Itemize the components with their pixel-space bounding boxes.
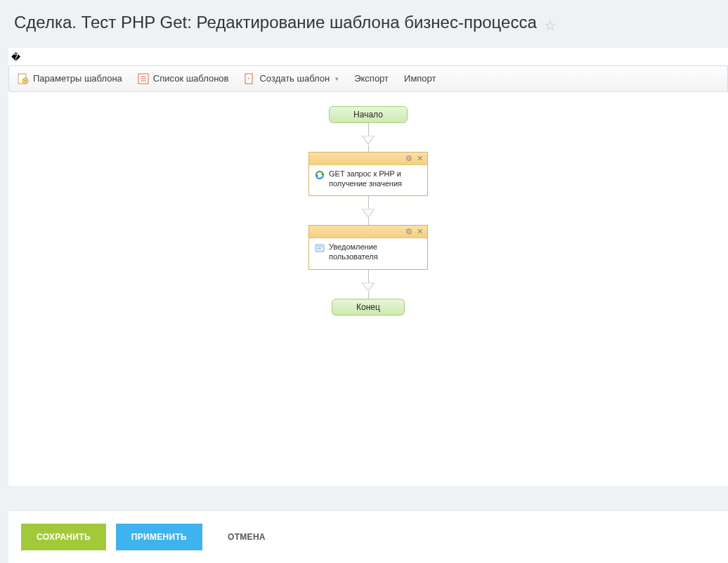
toolbar-label: Список шаблонов (153, 73, 229, 84)
activity-node[interactable]: ⚙ ✕ Уведомление пользователя (308, 225, 428, 270)
activity-header: ⚙ ✕ (309, 153, 427, 165)
activity-node[interactable]: ⚙ ✕ GET запрос к PHP и получение значени… (308, 152, 428, 197)
close-icon[interactable]: ✕ (417, 154, 423, 163)
arrow-down-icon (362, 209, 375, 218)
gear-icon[interactable]: ⚙ (405, 154, 412, 163)
workflow-canvas[interactable]: Начало ⚙ ✕ GET запрос к PHP и получение … (8, 92, 728, 486)
toolbar-label: Создать шаблон (259, 73, 330, 84)
toolbar: Параметры шаблона Список шаблонов * Созд… (8, 65, 728, 92)
svg-marker-12 (362, 209, 375, 217)
new-doc-icon: * (244, 73, 255, 84)
toolbar-label: Импорт (404, 73, 436, 84)
unknown-glyph: � (8, 48, 728, 65)
footer-actions: СОХРАНИТЬ ПРИМЕНИТЬ ОТМЕНА (8, 510, 728, 563)
svg-marker-16 (362, 283, 375, 291)
svg-rect-13 (316, 245, 324, 252)
toolbar-create-template[interactable]: * Создать шаблон ▾ (242, 70, 340, 87)
cancel-button[interactable]: ОТМЕНА (212, 524, 281, 550)
refresh-icon (315, 170, 325, 180)
save-button[interactable]: СОХРАНИТЬ (21, 524, 106, 550)
connector (362, 270, 375, 299)
toolbar-label: Экспорт (354, 73, 389, 84)
svg-text:*: * (247, 76, 249, 82)
gear-doc-icon (18, 73, 29, 84)
close-icon[interactable]: ✕ (417, 227, 423, 236)
note-icon (315, 243, 325, 253)
toolbar-export[interactable]: Экспорт (353, 70, 390, 86)
toolbar-template-list[interactable]: Список шаблонов (136, 70, 230, 87)
end-node[interactable]: Конец (332, 299, 405, 316)
apply-button[interactable]: ПРИМЕНИТЬ (116, 524, 202, 550)
toolbar-label: Параметры шаблона (33, 73, 122, 84)
start-node[interactable]: Начало (329, 106, 408, 123)
connector (362, 123, 375, 152)
activity-label: Уведомление пользователя (329, 242, 422, 262)
arrow-down-icon (362, 283, 375, 292)
svg-marker-9 (362, 136, 375, 144)
editor-area: � Параметры шаблона Список шаблонов * Со… (8, 48, 728, 486)
toolbar-import[interactable]: Импорт (403, 70, 437, 86)
chevron-down-icon: ▾ (335, 75, 339, 82)
toolbar-template-params[interactable]: Параметры шаблона (16, 70, 124, 87)
activity-label: GET запрос к PHP и получение значения (329, 169, 422, 189)
connector (362, 196, 375, 225)
page-title: Сделка. Тест PHP Get: Редактирование шаб… (14, 13, 537, 32)
gear-icon[interactable]: ⚙ (405, 227, 412, 236)
arrow-down-icon (362, 136, 375, 145)
activity-header: ⚙ ✕ (309, 226, 427, 238)
favorite-star-icon[interactable]: ☆ (544, 17, 557, 34)
list-doc-icon (138, 73, 149, 84)
svg-point-2 (25, 80, 26, 82)
